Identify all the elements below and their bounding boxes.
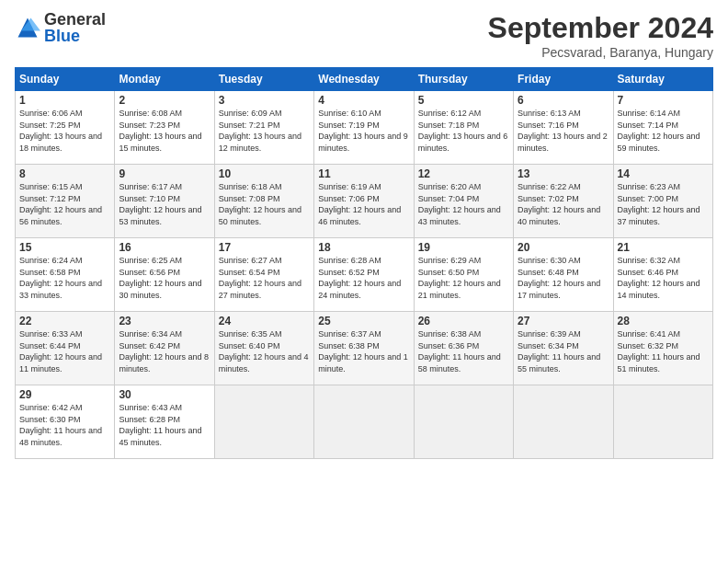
logo: General Blue: [15, 11, 106, 44]
day-number: 7: [618, 94, 709, 107]
day-info: Sunrise: 6:18 AM Sunset: 7:08 PM Dayligh…: [219, 181, 310, 227]
day-number: 24: [219, 315, 310, 327]
day-cell: 6 Sunrise: 6:13 AM Sunset: 7:16 PM Dayli…: [514, 91, 613, 165]
day-info: Sunrise: 6:17 AM Sunset: 7:10 PM Dayligh…: [119, 181, 210, 227]
day-number: 20: [518, 241, 609, 254]
day-cell: 11 Sunrise: 6:19 AM Sunset: 7:06 PM Dayl…: [314, 165, 414, 238]
week-row-3: 15 Sunrise: 6:24 AM Sunset: 6:58 PM Dayl…: [16, 238, 713, 312]
day-cell: 7 Sunrise: 6:14 AM Sunset: 7:14 PM Dayli…: [613, 91, 712, 165]
day-info: Sunrise: 6:23 AM Sunset: 7:00 PM Dayligh…: [618, 181, 709, 227]
day-info: Sunrise: 6:27 AM Sunset: 6:54 PM Dayligh…: [219, 255, 310, 301]
day-info: Sunrise: 6:19 AM Sunset: 7:06 PM Dayligh…: [318, 181, 409, 227]
header-tuesday: Tuesday: [214, 68, 313, 91]
day-number: 6: [518, 94, 609, 107]
day-cell: 28 Sunrise: 6:41 AM Sunset: 6:32 PM Dayl…: [613, 312, 712, 385]
calendar-table: Sunday Monday Tuesday Wednesday Thursday…: [15, 67, 713, 459]
day-number: 13: [518, 167, 609, 180]
day-info: Sunrise: 6:08 AM Sunset: 7:23 PM Dayligh…: [119, 108, 210, 154]
day-cell: 8 Sunrise: 6:15 AM Sunset: 7:12 PM Dayli…: [16, 165, 115, 238]
day-info: Sunrise: 6:24 AM Sunset: 6:58 PM Dayligh…: [19, 255, 110, 301]
day-number: 4: [318, 94, 409, 107]
week-row-5: 29 Sunrise: 6:42 AM Sunset: 6:30 PM Dayl…: [16, 385, 713, 459]
header-sunday: Sunday: [16, 68, 115, 91]
header-row: Sunday Monday Tuesday Wednesday Thursday…: [16, 68, 713, 91]
day-cell: 1 Sunrise: 6:06 AM Sunset: 7:25 PM Dayli…: [16, 91, 115, 165]
svg-marker-1: [21, 18, 40, 31]
day-number: 1: [19, 94, 110, 107]
day-number: 11: [318, 167, 409, 180]
day-cell: 24 Sunrise: 6:35 AM Sunset: 6:40 PM Dayl…: [214, 312, 313, 385]
day-number: 28: [618, 315, 709, 327]
day-info: Sunrise: 6:13 AM Sunset: 7:16 PM Dayligh…: [518, 108, 609, 154]
day-info: Sunrise: 6:39 AM Sunset: 6:34 PM Dayligh…: [518, 328, 609, 374]
day-number: 5: [418, 94, 509, 107]
day-info: Sunrise: 6:43 AM Sunset: 6:28 PM Dayligh…: [119, 402, 210, 448]
day-number: 18: [318, 241, 409, 254]
day-number: 3: [219, 94, 310, 107]
day-number: 12: [418, 167, 509, 180]
day-cell: 21 Sunrise: 6:32 AM Sunset: 6:46 PM Dayl…: [613, 238, 712, 312]
day-number: 15: [19, 241, 110, 254]
day-cell: 19 Sunrise: 6:29 AM Sunset: 6:50 PM Dayl…: [414, 238, 513, 312]
day-info: Sunrise: 6:15 AM Sunset: 7:12 PM Dayligh…: [19, 181, 110, 227]
day-number: 22: [19, 315, 110, 327]
day-cell: 3 Sunrise: 6:09 AM Sunset: 7:21 PM Dayli…: [214, 91, 313, 165]
day-cell: 16 Sunrise: 6:25 AM Sunset: 6:56 PM Dayl…: [115, 238, 214, 312]
day-info: Sunrise: 6:35 AM Sunset: 6:40 PM Dayligh…: [219, 328, 310, 374]
day-cell: 10 Sunrise: 6:18 AM Sunset: 7:08 PM Dayl…: [214, 165, 313, 238]
day-info: Sunrise: 6:09 AM Sunset: 7:21 PM Dayligh…: [219, 108, 310, 154]
day-cell: 13 Sunrise: 6:22 AM Sunset: 7:02 PM Dayl…: [514, 165, 613, 238]
header-saturday: Saturday: [613, 68, 712, 91]
day-number: 23: [119, 315, 210, 327]
day-info: Sunrise: 6:10 AM Sunset: 7:19 PM Dayligh…: [318, 108, 409, 154]
day-cell: [514, 385, 613, 459]
logo-blue: Blue: [44, 28, 106, 44]
day-cell: [613, 385, 712, 459]
week-row-1: 1 Sunrise: 6:06 AM Sunset: 7:25 PM Dayli…: [16, 91, 713, 165]
calendar-body: 1 Sunrise: 6:06 AM Sunset: 7:25 PM Dayli…: [16, 91, 713, 459]
day-info: Sunrise: 6:33 AM Sunset: 6:44 PM Dayligh…: [19, 328, 110, 374]
calendar-page: General Blue September 2024 Pecsvarad, B…: [0, 0, 728, 563]
day-cell: 4 Sunrise: 6:10 AM Sunset: 7:19 PM Dayli…: [314, 91, 414, 165]
header-friday: Friday: [514, 68, 613, 91]
day-number: 21: [618, 241, 709, 254]
day-info: Sunrise: 6:22 AM Sunset: 7:02 PM Dayligh…: [518, 181, 609, 227]
day-cell: 18 Sunrise: 6:28 AM Sunset: 6:52 PM Dayl…: [314, 238, 414, 312]
header-wednesday: Wednesday: [314, 68, 414, 91]
day-cell: 20 Sunrise: 6:30 AM Sunset: 6:48 PM Dayl…: [514, 238, 613, 312]
day-cell: 29 Sunrise: 6:42 AM Sunset: 6:30 PM Dayl…: [16, 385, 115, 459]
header-monday: Monday: [115, 68, 214, 91]
day-number: 19: [418, 241, 509, 254]
day-number: 14: [618, 167, 709, 180]
logo-general: General: [44, 11, 106, 28]
day-number: 16: [119, 241, 210, 254]
week-row-2: 8 Sunrise: 6:15 AM Sunset: 7:12 PM Dayli…: [16, 165, 713, 238]
week-row-4: 22 Sunrise: 6:33 AM Sunset: 6:44 PM Dayl…: [16, 312, 713, 385]
day-cell: 5 Sunrise: 6:12 AM Sunset: 7:18 PM Dayli…: [414, 91, 513, 165]
calendar-title: September 2024: [488, 11, 713, 45]
header-thursday: Thursday: [414, 68, 513, 91]
day-info: Sunrise: 6:30 AM Sunset: 6:48 PM Dayligh…: [518, 255, 609, 301]
day-cell: 26 Sunrise: 6:38 AM Sunset: 6:36 PM Dayl…: [414, 312, 513, 385]
calendar-header: Sunday Monday Tuesday Wednesday Thursday…: [16, 68, 713, 91]
day-cell: 27 Sunrise: 6:39 AM Sunset: 6:34 PM Dayl…: [514, 312, 613, 385]
day-cell: 23 Sunrise: 6:34 AM Sunset: 6:42 PM Dayl…: [115, 312, 214, 385]
day-info: Sunrise: 6:29 AM Sunset: 6:50 PM Dayligh…: [418, 255, 509, 301]
day-cell: 12 Sunrise: 6:20 AM Sunset: 7:04 PM Dayl…: [414, 165, 513, 238]
day-info: Sunrise: 6:14 AM Sunset: 7:14 PM Dayligh…: [618, 108, 709, 154]
day-info: Sunrise: 6:06 AM Sunset: 7:25 PM Dayligh…: [19, 108, 110, 154]
day-cell: [214, 385, 313, 459]
day-cell: 9 Sunrise: 6:17 AM Sunset: 7:10 PM Dayli…: [115, 165, 214, 238]
day-info: Sunrise: 6:38 AM Sunset: 6:36 PM Dayligh…: [418, 328, 509, 374]
day-info: Sunrise: 6:34 AM Sunset: 6:42 PM Dayligh…: [119, 328, 210, 374]
logo-icon: [15, 15, 40, 40]
day-cell: [414, 385, 513, 459]
day-number: 2: [119, 94, 210, 107]
title-block: September 2024 Pecsvarad, Baranya, Hunga…: [488, 11, 713, 60]
day-info: Sunrise: 6:12 AM Sunset: 7:18 PM Dayligh…: [418, 108, 509, 154]
calendar-subtitle: Pecsvarad, Baranya, Hungary: [488, 45, 713, 60]
day-cell: 30 Sunrise: 6:43 AM Sunset: 6:28 PM Dayl…: [115, 385, 214, 459]
day-number: 10: [219, 167, 310, 180]
day-number: 27: [518, 315, 609, 327]
day-cell: 25 Sunrise: 6:37 AM Sunset: 6:38 PM Dayl…: [314, 312, 414, 385]
